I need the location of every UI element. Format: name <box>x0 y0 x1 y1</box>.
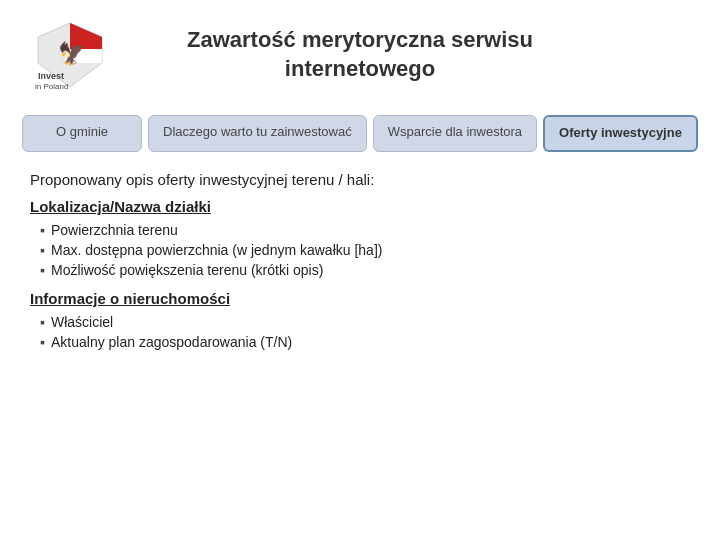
section-informacje: Informacje o nieruchomości Właściciel Ak… <box>30 290 690 352</box>
logo-icon: 🦅 Invest in Poland <box>30 19 110 91</box>
list-item: Możliwość powiększenia terenu (krótki op… <box>30 260 690 280</box>
tab-oferty[interactable]: Oferty inwestycyjne <box>543 115 698 152</box>
content-area: Proponowany opis oferty inwestycyjnej te… <box>0 166 720 362</box>
logo: 🦅 Invest in Poland <box>20 15 120 95</box>
list-item: Właściciel <box>30 312 690 332</box>
page-title: Zawartość merytoryczna serwisu interneto… <box>120 26 600 83</box>
svg-text:in Poland: in Poland <box>35 82 68 91</box>
tab-dlaczego[interactable]: Dlaczego warto tu zainwestować <box>148 115 367 152</box>
tab-o-gminie[interactable]: O gminie <box>22 115 142 152</box>
svg-text:Invest: Invest <box>38 71 64 81</box>
intro-text: Proponowany opis oferty inwestycyjnej te… <box>30 171 690 188</box>
section1-heading: Lokalizacja/Nazwa działki <box>30 198 690 215</box>
tab-wsparcie[interactable]: Wsparcie dla inwestora <box>373 115 537 152</box>
section2-heading: Informacje o nieruchomości <box>30 290 690 307</box>
section-lokalizacja: Lokalizacja/Nazwa działki Powierzchnia t… <box>30 198 690 280</box>
list-item: Powierzchnia terenu <box>30 220 690 240</box>
title-container: Zawartość merytoryczna serwisu interneto… <box>120 26 700 83</box>
svg-text:🦅: 🦅 <box>58 40 86 67</box>
list-item: Aktualny plan zagospodarowania (T/N) <box>30 332 690 352</box>
list-item: Max. dostępna powierzchnia (w jednym kaw… <box>30 240 690 260</box>
header: 🦅 Invest in Poland Zawartość merytoryczn… <box>0 0 720 105</box>
tabs-row: O gminie Dlaczego warto tu zainwestować … <box>0 105 720 166</box>
page: 🦅 Invest in Poland Zawartość merytoryczn… <box>0 0 720 540</box>
